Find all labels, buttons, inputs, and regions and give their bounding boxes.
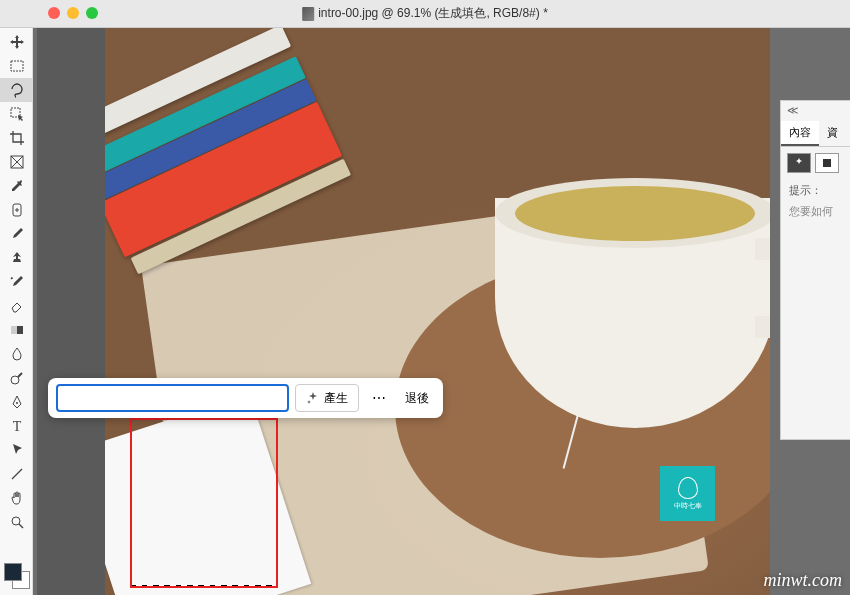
image-canvas[interactable]: 中時七奉 xyxy=(105,28,770,595)
teabag-label: 中時七奉 xyxy=(660,466,715,521)
window-close-button[interactable] xyxy=(48,7,60,19)
back-button[interactable]: 退後 xyxy=(399,390,435,407)
gradient-tool[interactable] xyxy=(0,318,33,342)
history-brush-tool[interactable] xyxy=(0,270,33,294)
crop-tool[interactable] xyxy=(0,126,33,150)
blur-tool[interactable] xyxy=(0,342,33,366)
watermark: minwt.com xyxy=(764,570,843,591)
svg-rect-10 xyxy=(823,159,831,167)
object-select-tool[interactable] xyxy=(0,102,33,126)
lasso-tool[interactable] xyxy=(0,78,33,102)
frame-tool[interactable] xyxy=(0,150,33,174)
document-icon xyxy=(302,7,314,21)
foreground-color[interactable] xyxy=(4,563,22,581)
more-options-button[interactable]: ⋯ xyxy=(365,384,393,412)
line-tool[interactable] xyxy=(0,462,33,486)
properties-panel: ≪ 內容 資 提示： 您要如何 xyxy=(780,100,850,440)
swatch-dark[interactable] xyxy=(787,153,811,173)
type-tool[interactable]: T xyxy=(0,414,33,438)
document-title: intro-00.jpg @ 69.1% (生成填色, RGB/8#) * xyxy=(302,5,548,22)
hint-label: 提示： xyxy=(781,179,850,202)
generate-button[interactable]: 產生 xyxy=(295,384,359,412)
sparkle-icon xyxy=(306,391,320,405)
path-select-tool[interactable] xyxy=(0,438,33,462)
titlebar: intro-00.jpg @ 69.1% (生成填色, RGB/8#) * xyxy=(0,0,850,28)
selection-highlight xyxy=(130,418,278,588)
svg-rect-0 xyxy=(11,61,23,71)
healing-brush-tool[interactable] xyxy=(0,198,33,222)
rect-marquee-tool[interactable] xyxy=(0,54,33,78)
pen-tool[interactable] xyxy=(0,390,33,414)
window-zoom-button[interactable] xyxy=(86,7,98,19)
svg-point-6 xyxy=(11,376,19,384)
color-swatch[interactable] xyxy=(4,563,30,589)
svg-rect-5 xyxy=(11,326,17,334)
clone-stamp-tool[interactable] xyxy=(0,246,33,270)
hint-text: 您要如何 xyxy=(781,202,850,221)
prompt-input[interactable] xyxy=(56,384,289,412)
zoom-tool[interactable] xyxy=(0,510,33,534)
svg-point-7 xyxy=(16,402,18,404)
canvas-area: 中時七奉 xyxy=(33,28,850,595)
tab-content[interactable]: 內容 xyxy=(781,121,819,146)
brush-tool[interactable] xyxy=(0,222,33,246)
window-minimize-button[interactable] xyxy=(67,7,79,19)
eyedropper-tool[interactable] xyxy=(0,174,33,198)
swatch-light[interactable] xyxy=(815,153,839,173)
tools-panel: T xyxy=(0,28,33,595)
move-tool[interactable] xyxy=(0,30,33,54)
svg-point-9 xyxy=(12,517,20,525)
eraser-tool[interactable] xyxy=(0,294,33,318)
generative-fill-bar: 產生 ⋯ 退後 xyxy=(48,378,443,418)
tab-info[interactable]: 資 xyxy=(819,121,846,146)
svg-text:T: T xyxy=(12,419,21,434)
panel-close-icon[interactable]: ≪ xyxy=(787,104,799,117)
hand-tool[interactable] xyxy=(0,486,33,510)
dodge-tool[interactable] xyxy=(0,366,33,390)
